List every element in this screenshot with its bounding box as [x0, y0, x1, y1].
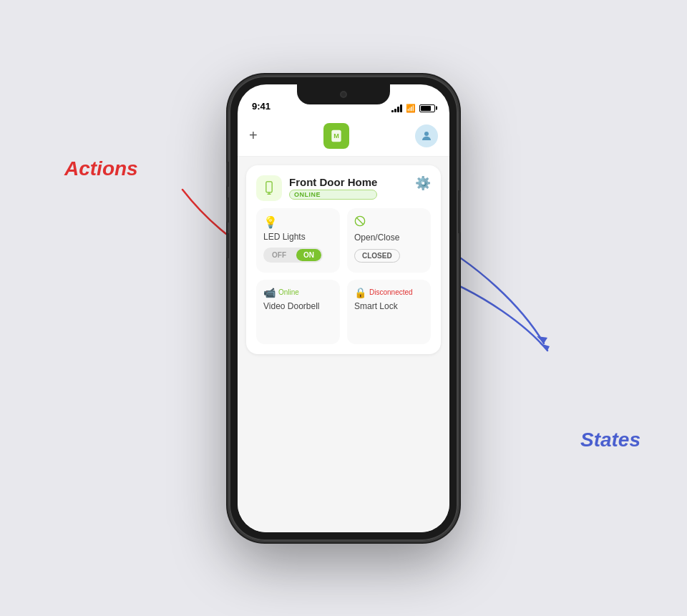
- open-close-icon-row: [354, 215, 424, 230]
- smart-lock-widget: 🔒 Disconnected Smart Lock: [347, 280, 431, 344]
- led-off-button[interactable]: OFF: [265, 249, 293, 261]
- led-on-button[interactable]: ON: [296, 249, 321, 261]
- led-icon-row: 💡: [263, 215, 333, 229]
- online-badge: ONLINE: [289, 190, 377, 200]
- actions-annotation: Actions: [64, 157, 138, 180]
- led-toggle-group: OFF ON: [263, 248, 323, 263]
- svg-rect-6: [266, 181, 272, 192]
- led-lights-widget: 💡 LED Lights OFF ON: [256, 208, 340, 273]
- video-icon: 📹: [263, 287, 276, 298]
- add-button[interactable]: +: [249, 127, 258, 144]
- app-content: + M: [238, 116, 449, 532]
- device-name: Front Door Home: [289, 176, 377, 188]
- svg-marker-1: [537, 336, 547, 343]
- svg-point-5: [424, 132, 429, 136]
- disconnected-label: Disconnected: [369, 288, 413, 296]
- open-close-label: Open/Close: [354, 233, 424, 243]
- svg-line-10: [356, 217, 363, 224]
- smart-lock-label: Smart Lock: [354, 301, 424, 311]
- device-title-wrap: Front Door Home ONLINE: [289, 176, 377, 200]
- video-label: Video Doorbell: [263, 301, 333, 311]
- led-label: LED Lights: [263, 232, 333, 242]
- svg-text:M: M: [333, 132, 339, 140]
- closed-state-badge: CLOSED: [354, 249, 400, 263]
- battery-icon: [419, 104, 435, 112]
- online-label: Online: [278, 288, 299, 296]
- user-avatar[interactable]: [415, 124, 438, 147]
- logo-icon: M: [329, 129, 344, 143]
- lock-icon: 🔒: [354, 287, 366, 298]
- device-header: Front Door Home ONLINE ⚙️: [256, 175, 431, 201]
- phone-shell: 9:41 📶 +: [229, 76, 458, 541]
- video-doorbell-widget: 📹 Online Video Doorbell: [256, 280, 340, 344]
- phone-notch: [297, 84, 390, 104]
- widget-grid: 💡 LED Lights OFF ON: [256, 208, 431, 344]
- device-info: Front Door Home ONLINE: [256, 175, 377, 201]
- states-annotation: States: [580, 429, 640, 451]
- wifi-icon: 📶: [406, 104, 416, 113]
- open-close-icon: [354, 215, 366, 230]
- status-icons: 📶: [391, 104, 435, 113]
- video-status-row: 📹 Online: [263, 287, 333, 298]
- device-icon: [256, 175, 282, 201]
- front-camera: [340, 91, 347, 98]
- led-icon: 💡: [263, 215, 278, 229]
- settings-icon[interactable]: ⚙️: [415, 175, 431, 191]
- lock-status-row: 🔒 Disconnected: [354, 287, 424, 298]
- svg-marker-2: [540, 343, 550, 351]
- top-nav: + M: [238, 116, 449, 157]
- app-logo: M: [323, 123, 349, 149]
- signal-icon: [391, 104, 402, 112]
- phone-screen: 9:41 📶 +: [238, 84, 449, 532]
- open-close-widget: Open/Close CLOSED: [347, 208, 431, 273]
- status-time: 9:41: [252, 101, 271, 113]
- device-card: Front Door Home ONLINE ⚙️ 💡 LED Lights: [246, 165, 441, 354]
